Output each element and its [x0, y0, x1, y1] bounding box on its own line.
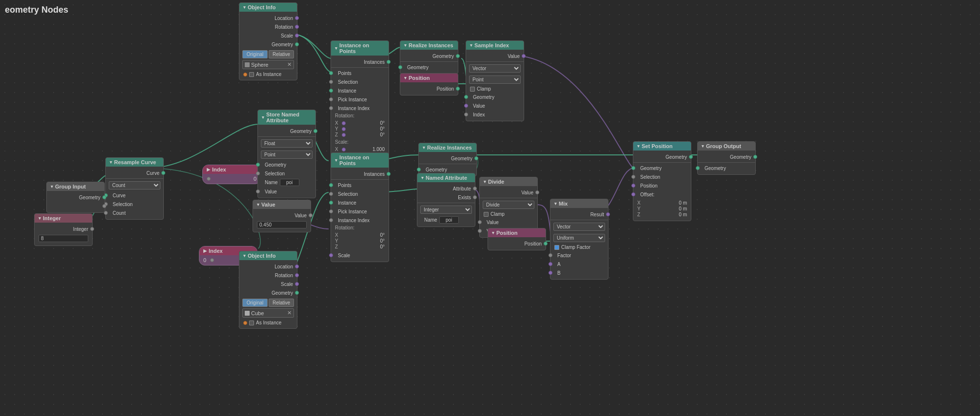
rotation-output: Rotation [239, 22, 297, 31]
idx-bot-out-socket[interactable] [210, 258, 214, 262]
val-out: Value [253, 211, 311, 220]
object-selector[interactable]: Sphere ✕ [242, 60, 294, 69]
mix-a-socket[interactable] [549, 262, 552, 266]
sna-val-socket[interactable] [256, 189, 260, 193]
div-out-socket[interactable] [535, 190, 539, 194]
rx-socket[interactable] [342, 121, 346, 125]
ii-socket[interactable] [329, 106, 333, 110]
location-socket[interactable] [295, 16, 299, 20]
ri-bot-in-socket[interactable] [417, 168, 421, 171]
oi-bot-geo-socket[interactable] [295, 291, 299, 295]
oi-bot-selector[interactable]: Cube ✕ [242, 308, 294, 318]
collapse-arrow[interactable]: ▾ [243, 5, 246, 10]
sna-sel-socket[interactable] [256, 171, 260, 175]
oi-bot-rel-btn[interactable]: Relative [269, 299, 294, 307]
si-clamp-check[interactable] [470, 87, 475, 92]
as-instance-socket[interactable] [243, 73, 247, 76]
na-type[interactable]: Integer [420, 206, 472, 214]
rc-out-socket[interactable] [161, 171, 165, 175]
scale-socket[interactable] [295, 34, 299, 38]
relative-btn[interactable]: Relative [269, 50, 294, 58]
oi-bot-close-icon[interactable]: ✕ [287, 310, 292, 316]
val-out-socket[interactable] [309, 213, 313, 217]
sx-socket[interactable] [342, 148, 346, 151]
mix-b-socket[interactable] [549, 271, 552, 275]
iop-bot-ii-socket[interactable] [329, 218, 333, 222]
si-out-socket[interactable] [522, 54, 526, 58]
ri-out-socket[interactable] [456, 54, 460, 58]
oi-bot-orig-btn[interactable]: Original [242, 299, 268, 307]
div-type[interactable]: Divide [483, 201, 534, 209]
go-in-socket[interactable] [696, 166, 700, 170]
ry-socket[interactable] [342, 127, 346, 131]
div-out: Value [480, 188, 537, 197]
sna-type2[interactable]: Point [261, 151, 313, 159]
div-clamp-check[interactable] [484, 212, 489, 217]
oi-bot-rot-socket[interactable] [295, 273, 299, 277]
oi-bot-as-instance: As Instance [239, 319, 297, 326]
na-exists-socket[interactable] [473, 195, 477, 199]
pos-top-socket[interactable] [456, 87, 460, 91]
geometry-socket[interactable] [295, 42, 299, 46]
iop-bot-scale-socket[interactable] [329, 253, 333, 257]
sp-off-socket[interactable] [631, 192, 635, 196]
div-v1-socket[interactable] [478, 220, 482, 224]
si-type2[interactable]: Point [469, 76, 521, 84]
val-input[interactable] [257, 221, 307, 228]
iop-bot-sel-socket[interactable] [329, 192, 333, 196]
ri-in-socket[interactable] [398, 65, 402, 69]
oi-bot-ai-check[interactable] [249, 321, 254, 325]
instances-out-socket[interactable] [387, 60, 391, 64]
idx-out-socket[interactable] [207, 177, 211, 181]
iop-bot-out-socket[interactable] [387, 172, 391, 176]
gi-dot-socket[interactable] [102, 204, 106, 208]
iop-bot-inst-socket[interactable] [329, 201, 333, 205]
div-v2-socket[interactable] [478, 229, 482, 233]
sp-sel-socket[interactable] [631, 175, 635, 179]
sna-out-socket[interactable] [314, 129, 317, 133]
iop-bot-rot: X0° Y0° Z0° [331, 231, 389, 251]
close-icon[interactable]: ✕ [287, 61, 292, 68]
rz-socket[interactable] [342, 133, 346, 137]
na-name-input[interactable] [439, 216, 459, 224]
si-geo-socket[interactable] [464, 95, 468, 99]
sp-geo-socket[interactable] [631, 166, 635, 170]
ri-bot-out-socket[interactable] [474, 156, 478, 160]
points-row: Points [331, 69, 389, 77]
mix-type1[interactable]: Vector [553, 223, 605, 231]
sna-geo-socket[interactable] [256, 163, 260, 167]
rotation-socket[interactable] [295, 25, 299, 29]
original-btn[interactable]: Original [242, 50, 268, 58]
int-out-socket[interactable] [90, 227, 94, 231]
sna-name-input[interactable] [280, 179, 299, 186]
as-instance-check[interactable] [249, 72, 254, 77]
selection-socket[interactable] [329, 80, 333, 84]
si-val-socket[interactable] [464, 104, 468, 108]
mix-clamp-check[interactable] [554, 245, 559, 250]
rc-type[interactable]: Count [109, 181, 160, 189]
mix-factor-socket[interactable] [549, 253, 552, 257]
group-input-node: ▾ Group Input Geometry [46, 182, 105, 213]
sp-out-socket[interactable] [689, 155, 693, 159]
points-socket[interactable] [329, 71, 333, 75]
mix-out-socket[interactable] [606, 212, 610, 216]
int-value-input[interactable] [39, 235, 88, 242]
oi-bot-loc-socket[interactable] [295, 265, 299, 268]
oi-bot-scale-socket[interactable] [295, 282, 299, 286]
mix-type2[interactable]: Uniform [553, 234, 605, 242]
na-attr-socket[interactable] [473, 187, 477, 190]
gi-out-socket[interactable] [102, 195, 106, 199]
pick-socket[interactable] [329, 97, 333, 101]
iop-bot-pts-socket[interactable] [329, 183, 333, 187]
pos-bot-socket[interactable] [544, 242, 548, 246]
oi-bot-ai-socket[interactable] [243, 321, 247, 325]
si-type1[interactable]: Vector [469, 64, 521, 73]
instance-socket[interactable] [329, 89, 333, 93]
sna-type1[interactable]: Float [261, 139, 313, 148]
go-out-socket[interactable] [753, 155, 757, 159]
si-idx-socket[interactable] [464, 113, 468, 116]
iop-bot-pick-socket[interactable] [329, 209, 333, 213]
ri-bot-out: Geometry [419, 154, 476, 163]
instance-index-row: Instance Index [331, 104, 389, 113]
sp-pos-socket[interactable] [631, 184, 635, 188]
